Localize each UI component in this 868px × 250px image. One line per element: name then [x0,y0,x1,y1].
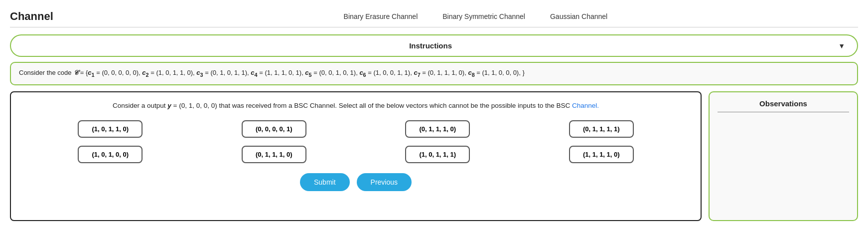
nav-binary-erasure[interactable]: Binary Erasure Channel [344,12,418,20]
vector-btn-2[interactable]: (0, 0, 0, 0, 1) [242,120,306,138]
vector-btn-7[interactable]: (1, 0, 1, 1, 1) [405,146,470,163]
code-description: Consider the code 𝒞 = {c1 = (0, 0, 0, 0,… [10,62,858,85]
main-area: Consider a output y = (0, 1, 0, 0, 0) th… [10,91,858,221]
instructions-label: Instructions [23,41,838,50]
vector-btn-4[interactable]: (0, 1, 1, 1, 1) [569,120,634,138]
question-panel: Consider a output y = (0, 1, 0, 0, 0) th… [10,91,702,221]
observations-divider [718,112,849,112]
instructions-arrow[interactable]: ▼ [838,42,845,50]
question-text: Consider a output y = (0, 1, 0, 0, 0) th… [21,100,691,111]
vector-btn-6[interactable]: (0, 1, 1, 1, 0) [242,146,306,163]
nav-links: Binary Erasure Channel Binary Symmetric … [93,12,858,20]
page-title: Channel [10,10,53,23]
vector-btn-1[interactable]: (1, 0, 1, 1, 0) [78,120,143,138]
nav-binary-symmetric[interactable]: Binary Symmetric Channel [442,12,525,20]
observations-title: Observations [718,99,849,108]
nav-gaussian[interactable]: Gaussian Channel [550,12,607,20]
vector-btn-5[interactable]: (1, 0, 1, 0, 0) [78,146,143,163]
action-row: Submit Previous [21,173,691,191]
header: Channel Binary Erasure Channel Binary Sy… [10,5,858,27]
vector-grid: (1, 0, 1, 1, 0) (0, 0, 0, 0, 1) (0, 1, 1… [21,120,691,163]
observations-panel: Observations [709,91,858,221]
submit-button[interactable]: Submit [300,173,350,191]
vector-btn-3[interactable]: (0, 1, 1, 1, 0) [405,120,470,138]
previous-button[interactable]: Previous [357,173,412,191]
instructions-box[interactable]: Instructions ▼ [10,34,858,57]
vector-btn-8[interactable]: (1, 1, 1, 1, 0) [569,146,634,163]
